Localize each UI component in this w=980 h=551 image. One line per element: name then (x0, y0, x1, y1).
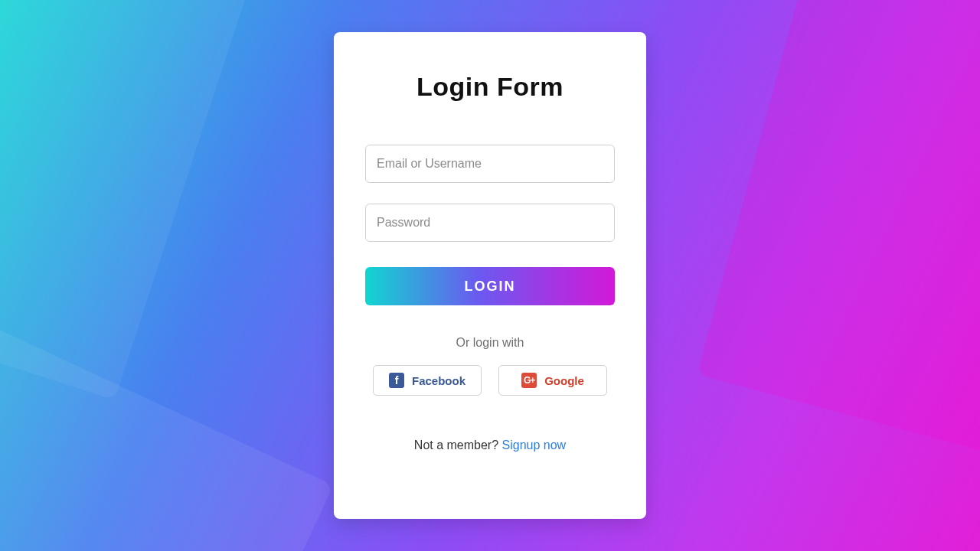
google-label: Google (544, 374, 584, 387)
not-member-label: Not a member? (414, 439, 502, 452)
login-button[interactable]: LOGIN (365, 267, 615, 305)
social-login-row: f Facebook G+ Google (365, 365, 615, 396)
page-background: Login Form LOGIN Or login with f Faceboo… (0, 0, 980, 551)
page-title: Login Form (416, 72, 564, 102)
google-login-button[interactable]: G+ Google (498, 365, 607, 396)
facebook-icon: f (389, 373, 404, 388)
bg-shape (697, 0, 980, 497)
facebook-label: Facebook (412, 374, 466, 387)
password-input[interactable] (365, 204, 615, 242)
login-card: Login Form LOGIN Or login with f Faceboo… (334, 32, 646, 519)
or-login-with-label: Or login with (456, 336, 524, 350)
signup-footer: Not a member? Signup now (414, 439, 566, 452)
bg-shape (0, 0, 247, 400)
login-form: LOGIN (365, 145, 615, 305)
username-input[interactable] (365, 145, 615, 183)
facebook-login-button[interactable]: f Facebook (373, 365, 482, 396)
signup-link[interactable]: Signup now (502, 439, 567, 452)
google-plus-icon: G+ (521, 373, 537, 388)
